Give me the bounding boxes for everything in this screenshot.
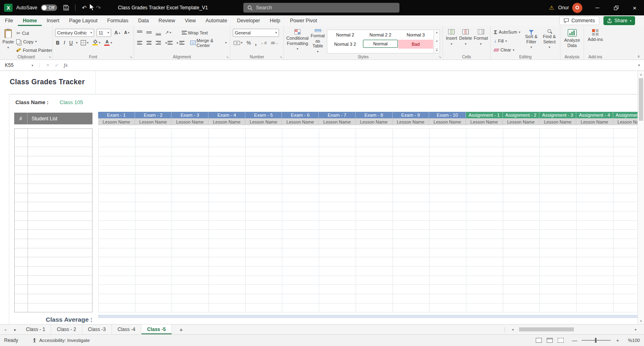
- gallery-up-icon[interactable]: ▴: [436, 31, 438, 34]
- close-button[interactable]: ×: [625, 0, 644, 15]
- horizontal-scrollbar-track[interactable]: [516, 327, 633, 332]
- decrease-decimal-button[interactable]: .00→: [270, 41, 279, 45]
- vertical-scrollbar-thumb[interactable]: [639, 78, 643, 121]
- exam-header[interactable]: Exam - 1: [98, 112, 135, 118]
- ribbon-tab-view[interactable]: View: [180, 15, 201, 26]
- page-break-view-icon[interactable]: [558, 338, 564, 343]
- font-dialog-launcher[interactable]: ↘: [129, 55, 132, 59]
- collapse-ribbon-icon[interactable]: ∧: [637, 54, 640, 58]
- lesson-name-cell[interactable]: Lesson Name: [466, 118, 503, 125]
- number-dialog-launcher[interactable]: ↘: [279, 55, 282, 59]
- style-normal-2[interactable]: Normal 2: [328, 30, 363, 39]
- exam-header[interactable]: Exam - 5: [245, 112, 282, 118]
- zoom-level[interactable]: %100: [625, 338, 640, 343]
- maximize-button[interactable]: [607, 0, 625, 15]
- assignment-header[interactable]: Assignment - 1: [466, 112, 503, 118]
- style-normal-2-2[interactable]: Normal 2 2: [363, 30, 398, 39]
- autosave-toggle[interactable]: Off: [41, 4, 57, 11]
- ribbon-tab-automate[interactable]: Automate: [201, 15, 232, 26]
- scroll-down-icon[interactable]: ▼: [638, 318, 644, 324]
- lesson-name-cell[interactable]: Lesson Name: [393, 118, 429, 125]
- share-button[interactable]: Share ▾: [603, 16, 635, 25]
- copy-button[interactable]: Copy▾: [15, 38, 53, 45]
- align-middle-button[interactable]: [146, 30, 152, 36]
- lesson-name-cell[interactable]: Lesson Name: [613, 118, 638, 125]
- lesson-name-cell[interactable]: Lesson Name: [429, 118, 466, 125]
- clipboard-dialog-launcher[interactable]: ↘: [48, 55, 51, 59]
- horizontal-scrollbar-thumb[interactable]: [519, 327, 574, 331]
- find-select-button[interactable]: Find & Select ▾: [541, 28, 558, 53]
- class-average-row[interactable]: [98, 315, 638, 318]
- ribbon-tab-data[interactable]: Data: [133, 15, 153, 26]
- sheet-tab-class-3[interactable]: Class -3: [82, 325, 112, 334]
- add-ins-button[interactable]: Add-ins: [586, 28, 604, 53]
- lesson-name-cell[interactable]: Lesson Name: [319, 118, 356, 125]
- underline-dropdown-icon[interactable]: ▾: [76, 41, 77, 45]
- enter-button[interactable]: ✓: [52, 62, 61, 68]
- sheet-nav-right-button[interactable]: ▸: [10, 325, 20, 334]
- tab-scrollbar-splitter[interactable]: ⋮: [500, 327, 509, 332]
- search-box[interactable]: Search: [243, 3, 399, 13]
- ribbon-tab-page-layout[interactable]: Page Layout: [64, 15, 102, 26]
- format-cells-button[interactable]: Format ▾: [474, 28, 488, 53]
- lesson-name-cell[interactable]: Lesson Name: [135, 118, 172, 125]
- lesson-name-cell[interactable]: Lesson Name: [245, 118, 282, 125]
- exam-header[interactable]: Exam - 10: [429, 112, 466, 118]
- student-list-grid[interactable]: [14, 128, 92, 312]
- accessibility-button[interactable]: Accessibility: Investigate: [29, 337, 93, 344]
- ribbon-tab-help[interactable]: Help: [265, 15, 285, 26]
- style-normal-3-2[interactable]: Normal 3 2: [328, 40, 363, 49]
- student-list-header[interactable]: # Student List: [14, 113, 92, 124]
- exam-header[interactable]: Exam - 9: [393, 112, 429, 118]
- sheet-tab-class-1[interactable]: Class - 1: [20, 325, 51, 334]
- formula-input[interactable]: [70, 60, 638, 70]
- format-as-table-button[interactable]: Format as Table ▾: [310, 28, 325, 53]
- warning-icon[interactable]: ⚠: [549, 4, 554, 11]
- class-name-value[interactable]: Class 105: [60, 99, 83, 105]
- style-normal[interactable]: Normal: [363, 40, 398, 48]
- excel-logo-icon[interactable]: X: [4, 4, 13, 12]
- conditional-formatting-button[interactable]: Conditional Formatting ▾: [286, 28, 309, 53]
- clear-button[interactable]: Clear▾: [493, 46, 522, 53]
- horizontal-scrollbar[interactable]: ◂ ▸: [509, 327, 639, 332]
- number-format-select[interactable]: General▾: [233, 29, 279, 37]
- sheet-tab-class-4[interactable]: Class -4: [112, 325, 142, 334]
- accounting-format-button[interactable]: ▾: [233, 41, 243, 45]
- lesson-name-cell[interactable]: Lesson Name: [172, 118, 208, 125]
- wrap-text-button[interactable]: Wrap Text: [181, 30, 208, 36]
- autosum-button[interactable]: ΣAutoSum▾: [493, 28, 522, 36]
- assignment-header[interactable]: Assignment - 4: [576, 112, 613, 118]
- share-dropdown-icon[interactable]: ▾: [630, 19, 631, 23]
- decrease-font-size-button[interactable]: A▾: [123, 30, 130, 35]
- worksheet-grid[interactable]: [98, 128, 638, 312]
- zoom-slider-thumb[interactable]: [595, 338, 597, 343]
- fill-button[interactable]: ↓Fill▾: [493, 37, 522, 45]
- style-bad[interactable]: Bad: [398, 40, 433, 49]
- lesson-name-cell[interactable]: Lesson Name: [503, 118, 540, 125]
- comma-style-button[interactable]: ,: [254, 39, 258, 47]
- insert-cells-button[interactable]: Insert ▾: [445, 28, 457, 53]
- align-center-button[interactable]: [146, 40, 152, 46]
- fill-color-button[interactable]: ▾: [92, 40, 101, 46]
- merge-center-button[interactable]: ↔ Merge & Center ▾: [189, 38, 228, 48]
- formula-bar-splitter[interactable]: ⋮: [36, 63, 43, 68]
- formula-bar-expand-icon[interactable]: ▾: [638, 63, 644, 67]
- vertical-scrollbar[interactable]: ▲ ▼: [638, 71, 644, 324]
- align-left-button[interactable]: [136, 40, 143, 46]
- lesson-name-cell[interactable]: Lesson Name: [98, 118, 135, 125]
- bold-button[interactable]: B: [55, 40, 60, 46]
- underline-button[interactable]: U: [69, 40, 74, 46]
- delete-cells-button[interactable]: Delete ▾: [459, 28, 472, 53]
- exam-header[interactable]: Exam - 4: [208, 112, 245, 118]
- exam-header[interactable]: Exam - 7: [319, 112, 356, 118]
- styles-dialog-launcher[interactable]: ↘: [438, 55, 441, 59]
- paste-dropdown-icon[interactable]: ▾: [7, 46, 9, 49]
- ribbon-tab-insert[interactable]: Insert: [42, 15, 64, 26]
- sheet-tab-class-2[interactable]: Class - 2: [51, 325, 82, 334]
- assignment-header[interactable]: Assignment - 3: [539, 112, 576, 118]
- ribbon-tab-home[interactable]: Home: [18, 15, 42, 26]
- alignment-dialog-launcher[interactable]: ↘: [226, 55, 229, 59]
- font-color-button[interactable]: A ▾: [103, 39, 113, 47]
- lesson-name-cell[interactable]: Lesson Name: [539, 118, 576, 125]
- exam-header[interactable]: Exam - 6: [282, 112, 319, 118]
